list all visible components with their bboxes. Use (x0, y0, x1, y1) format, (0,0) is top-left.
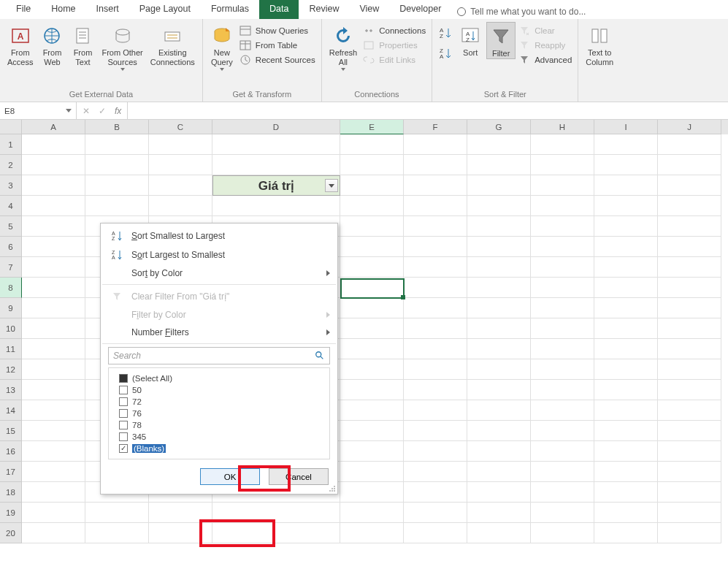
cell[interactable] (594, 237, 658, 257)
sort-asc-button[interactable]: AZ (438, 26, 453, 39)
cell[interactable] (340, 523, 404, 543)
name-box[interactable]: E8 (0, 102, 77, 119)
row-header[interactable]: 20 (0, 523, 22, 543)
cell[interactable] (658, 196, 721, 216)
cell[interactable] (658, 318, 721, 339)
cell[interactable] (404, 339, 467, 359)
cell[interactable] (340, 462, 404, 482)
cell[interactable] (467, 339, 531, 359)
row-header[interactable]: 2 (0, 155, 22, 175)
cell[interactable] (467, 318, 531, 339)
filter-button[interactable]: Filter (486, 22, 516, 59)
col-header[interactable]: J (658, 120, 721, 134)
cell[interactable] (404, 359, 467, 380)
cell[interactable] (658, 523, 721, 543)
check-select-all[interactable]: (Select All) (119, 373, 326, 384)
col-header[interactable]: A (22, 120, 85, 134)
cell[interactable] (212, 523, 340, 543)
check-item[interactable]: 76 (119, 408, 326, 419)
cell[interactable] (594, 278, 658, 298)
cell[interactable] (531, 462, 594, 482)
row-header[interactable]: 12 (0, 359, 22, 380)
cell[interactable] (340, 441, 404, 462)
cell[interactable] (594, 196, 658, 216)
select-all-corner[interactable] (0, 120, 22, 134)
cell[interactable] (340, 237, 404, 257)
cell[interactable] (22, 441, 85, 462)
cell[interactable] (340, 134, 404, 155)
cell[interactable] (531, 441, 594, 462)
tab-data[interactable]: Data (259, 0, 299, 19)
cell[interactable] (85, 523, 149, 543)
cell[interactable] (22, 318, 85, 339)
ok-button[interactable]: OK (200, 468, 260, 485)
new-query-button[interactable]: New Query (207, 22, 237, 71)
check-item[interactable]: 50 (119, 384, 326, 396)
cell[interactable] (467, 421, 531, 441)
cell[interactable] (404, 175, 467, 196)
cell[interactable] (531, 421, 594, 441)
cell[interactable] (404, 441, 467, 462)
cell[interactable] (340, 359, 404, 380)
cell[interactable] (531, 196, 594, 216)
cell[interactable] (22, 421, 85, 441)
cell[interactable] (22, 339, 85, 359)
cell[interactable] (22, 482, 85, 503)
cell[interactable] (467, 237, 531, 257)
cell[interactable] (467, 216, 531, 237)
cell[interactable] (467, 503, 531, 523)
cell[interactable] (531, 257, 594, 278)
cell[interactable] (658, 421, 721, 441)
cell[interactable] (658, 441, 721, 462)
cell[interactable] (340, 278, 404, 298)
cell[interactable] (22, 257, 85, 278)
cell[interactable] (22, 278, 85, 298)
tab-file[interactable]: File (6, 0, 41, 19)
cell[interactable] (467, 441, 531, 462)
tab-developer[interactable]: Developer (389, 0, 451, 19)
cell[interactable] (22, 237, 85, 257)
cell[interactable] (467, 462, 531, 482)
cell[interactable] (404, 196, 467, 216)
cell[interactable] (340, 175, 404, 196)
cell[interactable] (658, 380, 721, 400)
cell[interactable] (594, 175, 658, 196)
cell[interactable] (594, 155, 658, 175)
cell[interactable] (658, 503, 721, 523)
cell[interactable] (404, 503, 467, 523)
row-header[interactable]: 10 (0, 318, 22, 339)
cell[interactable] (658, 482, 721, 503)
cell[interactable] (22, 400, 85, 421)
row-header[interactable]: 11 (0, 339, 22, 359)
cell[interactable] (658, 237, 721, 257)
cancel-button[interactable]: Cancel (269, 468, 329, 485)
col-header[interactable]: I (594, 120, 658, 134)
number-filters[interactable]: Number Filters (101, 324, 337, 341)
cell[interactable] (531, 155, 594, 175)
cell[interactable] (85, 155, 149, 175)
cell[interactable] (594, 339, 658, 359)
cell[interactable] (658, 155, 721, 175)
row-header[interactable]: 17 (0, 462, 22, 482)
cell[interactable] (531, 134, 594, 155)
cell[interactable] (149, 134, 212, 155)
cell[interactable] (212, 503, 340, 523)
cell[interactable] (658, 257, 721, 278)
sort-largest-to-smallest[interactable]: ZA Sort Largest to Smallest (101, 245, 337, 264)
cell[interactable] (340, 318, 404, 339)
col-header[interactable]: G (467, 120, 531, 134)
col-header[interactable]: C (149, 120, 212, 134)
sort-by-color[interactable]: Sort by Color (101, 264, 337, 282)
cell[interactable] (404, 400, 467, 421)
cell[interactable] (340, 216, 404, 237)
cell[interactable] (22, 216, 85, 237)
cell[interactable] (658, 134, 721, 155)
fx-icon[interactable]: fx (115, 106, 121, 116)
cell[interactable] (149, 503, 212, 523)
row-header[interactable]: 9 (0, 298, 22, 318)
cell[interactable] (594, 216, 658, 237)
cell[interactable] (467, 380, 531, 400)
cell[interactable] (404, 298, 467, 318)
cell[interactable] (404, 134, 467, 155)
cell[interactable] (467, 278, 531, 298)
